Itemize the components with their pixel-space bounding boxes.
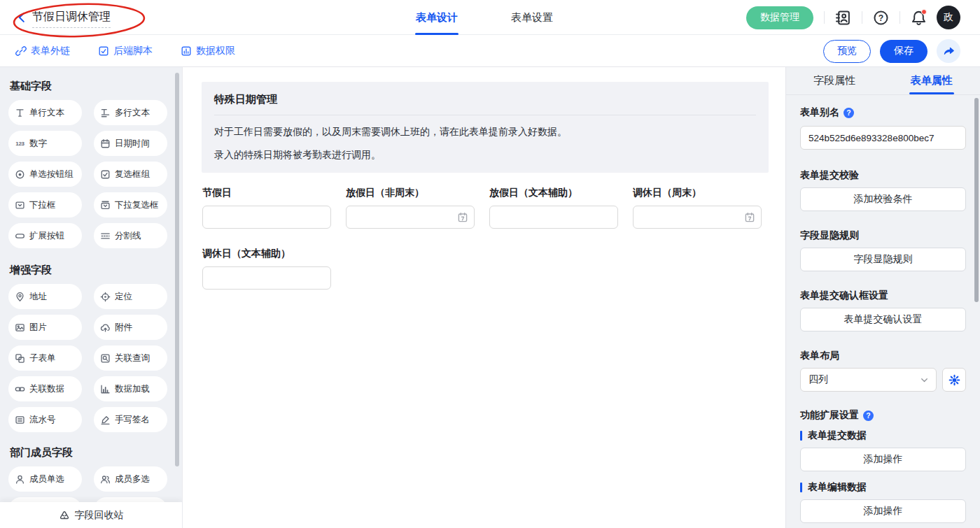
tab-form-design[interactable]: 表单设计	[416, 0, 458, 35]
field-visibility-button[interactable]: 字段显隐规则	[800, 248, 966, 271]
field-item-radio-group[interactable]: 单选按钮组	[8, 162, 82, 187]
save-button[interactable]: 保存	[880, 40, 927, 63]
submit-data-add-button[interactable]: 添加操作	[800, 448, 966, 471]
field-palette-sidebar: 基础字段 单行文本 多行文本 123数字 日期时间 单选按钮组 复选框组 下拉框…	[0, 67, 182, 528]
form-description-line: 录入的特殊日期将被考勤表进行调用。	[214, 149, 756, 162]
submit-confirm-label: 表单提交确认框设置	[800, 290, 966, 302]
dayoff-textaid-input[interactable]	[490, 206, 617, 228]
form-title[interactable]: 节假日调休管理	[32, 10, 111, 28]
field-item-address[interactable]: 地址	[8, 284, 82, 309]
field-item-extend-button[interactable]: 扩展按钮	[8, 223, 82, 248]
data-manage-button[interactable]: 数据管理	[746, 6, 813, 29]
field-item-divider[interactable]: 分割线	[94, 223, 167, 248]
field-item-subform[interactable]: 子表单	[8, 345, 82, 371]
field-dayoff-textaid[interactable]: 放假日（文本辅助）	[489, 187, 619, 229]
share-icon	[943, 45, 955, 57]
field-workday-textaid[interactable]: 调休日（文本辅助）	[202, 248, 332, 290]
layout-settings-button[interactable]	[942, 368, 966, 392]
form-external-link[interactable]: 表单外链	[15, 35, 70, 67]
form-toolbar: 表单外链 后端脚本 数据权限 预览 保存	[0, 35, 980, 67]
divider-icon	[100, 231, 111, 241]
field-item-checkbox-group[interactable]: 复选框组	[94, 162, 167, 187]
field-item-single-text[interactable]: 单行文本	[8, 100, 82, 125]
avatar[interactable]: 政	[937, 6, 960, 29]
field-recycle-bin[interactable]: 字段回收站	[0, 502, 182, 528]
field-item-related-query[interactable]: 关联查询	[94, 345, 167, 371]
preview-button[interactable]: 预览	[823, 40, 871, 63]
edit-data-add-button[interactable]: 添加操作	[800, 499, 966, 523]
backend-script-link[interactable]: 后端脚本	[98, 35, 153, 67]
tab-form-properties[interactable]: 表单属性	[883, 67, 980, 94]
contacts-icon[interactable]	[835, 10, 851, 26]
workday-weekend-input[interactable]	[634, 206, 761, 228]
data-permission-link-label: 数据权限	[196, 45, 235, 57]
holiday-input[interactable]	[203, 206, 330, 228]
form-alias-input[interactable]	[800, 126, 966, 150]
field-workday-weekend[interactable]: 调休日（周末）	[633, 187, 762, 229]
field-item-member-multi[interactable]: 成员多选	[94, 466, 167, 492]
toolbar-actions: 预览 保存	[823, 39, 960, 63]
active-tab-underline	[415, 33, 458, 35]
recycle-icon	[59, 510, 70, 521]
question-icon[interactable]: ?	[863, 411, 874, 421]
dayoff-nonweekend-input[interactable]	[346, 206, 474, 228]
workday-textaid-input[interactable]	[203, 267, 330, 289]
enhanced-field-grid: 地址 定位 图片 附件 子表单 关联查询 关联数据 数据加载 流水号 手写签名	[0, 284, 182, 432]
share-button[interactable]	[937, 39, 960, 63]
form-external-link-label: 表单外链	[31, 45, 70, 57]
form-description-line: 对于工作日需要放假的，以及周末需要调休上班的，请在此表单提前录入好数据。	[214, 126, 756, 138]
add-validation-button[interactable]: 添加校验条件	[800, 187, 966, 211]
extension-settings-label: 功能扩展设置 ?	[800, 409, 966, 422]
backend-script-link-label: 后端脚本	[113, 45, 153, 57]
field-item-member-single[interactable]: 成员单选	[8, 466, 82, 492]
divider	[899, 11, 900, 24]
people-icon	[100, 474, 111, 485]
radio-icon	[15, 169, 25, 180]
field-item-multiselect[interactable]: 下拉复选框	[94, 192, 167, 217]
script-icon	[98, 45, 109, 57]
section-title-members: 部门成员字段	[0, 446, 182, 459]
checkbox-icon	[100, 169, 111, 180]
active-tab-underline	[909, 92, 954, 94]
back-icon[interactable]	[15, 11, 28, 24]
data-permission-link[interactable]: 数据权限	[181, 35, 235, 67]
layout-select[interactable]: 四列	[800, 368, 937, 392]
form-design-canvas: 特殊日期管理 对于工作日需要放假的，以及周末需要调休上班的，请在此表单提前录入好…	[182, 67, 785, 528]
field-item-multi-text[interactable]: 多行文本	[94, 100, 167, 125]
button-icon	[15, 231, 25, 241]
field-item-data-load[interactable]: 数据加载	[94, 376, 167, 401]
header-right-cluster: 数据管理 ? 政	[746, 0, 960, 35]
basic-field-grid: 单行文本 多行文本 123数字 日期时间 单选按钮组 复选框组 下拉框 下拉复选…	[0, 100, 182, 248]
edit-data-group-label: 表单编辑数据	[800, 481, 966, 494]
field-dayoff-nonweekend[interactable]: 放假日（非周末）	[346, 187, 475, 229]
bell-icon[interactable]	[911, 10, 927, 26]
panel-scrollbar[interactable]	[974, 98, 979, 302]
submit-confirm-button[interactable]: 表单提交确认设置	[800, 308, 966, 331]
form-description-block[interactable]: 特殊日期管理 对于工作日需要放假的，以及周末需要调休上班的，请在此表单提前录入好…	[202, 82, 769, 173]
sidebar-scrollbar[interactable]	[175, 73, 179, 466]
field-item-datetime[interactable]: 日期时间	[94, 131, 167, 156]
bar-chart-icon	[100, 384, 111, 394]
field-holiday[interactable]: 节假日	[202, 187, 332, 229]
field-item-image[interactable]: 图片	[8, 315, 82, 340]
field-item-signature[interactable]: 手写签名	[94, 407, 167, 432]
question-icon[interactable]: ?	[844, 108, 854, 118]
properties-panel: 字段属性 表单属性 表单别名 ? 表单提交校验 添加校验条件 字段显隐规则 字段…	[785, 67, 980, 528]
help-icon[interactable]: ?	[873, 10, 889, 26]
tab-form-settings[interactable]: 表单设置	[511, 0, 553, 35]
field-item-select[interactable]: 下拉框	[8, 192, 82, 217]
field-item-serial-number[interactable]: 流水号	[8, 407, 82, 432]
form-block-title: 特殊日期管理	[214, 93, 756, 106]
svg-text:?: ?	[878, 13, 883, 22]
tab-field-properties[interactable]: 字段属性	[786, 67, 883, 94]
field-label: 放假日（文本辅助）	[489, 187, 619, 199]
image-icon	[15, 322, 25, 333]
header-tabs: 表单设计 表单设置	[416, 0, 553, 35]
field-label: 放假日（非周末）	[346, 187, 475, 199]
field-item-attachment[interactable]: 附件	[94, 315, 167, 340]
field-item-related-data[interactable]: 关联数据	[8, 376, 82, 401]
single-text-icon	[15, 108, 25, 118]
field-item-location[interactable]: 定位	[94, 284, 167, 309]
field-visibility-label: 字段显隐规则	[800, 229, 966, 242]
field-item-number[interactable]: 123数字	[8, 131, 82, 156]
